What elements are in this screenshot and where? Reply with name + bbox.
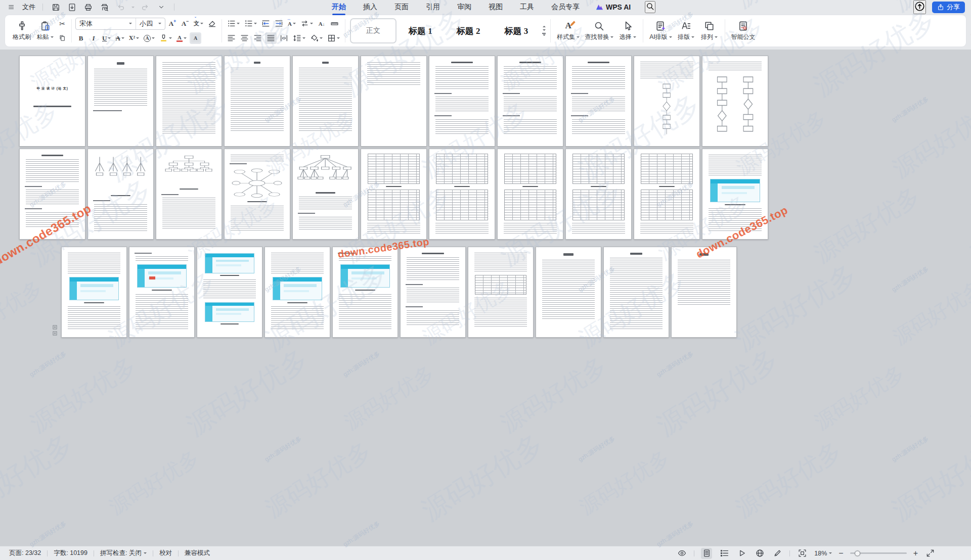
align-center-button[interactable] [239,32,250,44]
save-button[interactable] [50,2,61,13]
file-menu[interactable]: 文件 [22,3,35,12]
font-color-button[interactable]: A [175,32,188,44]
format-painter-button[interactable]: 格式刷 [10,17,33,44]
style-set-button[interactable]: A 样式集 [554,17,582,44]
enclose-character-button[interactable]: A [142,32,156,44]
page-thumbnail[interactable] [87,56,154,147]
zoom-in-button[interactable]: + [913,549,918,557]
cjk-layout-button[interactable] [299,18,315,29]
character-scale-button[interactable]: ↔A [286,18,297,29]
page-thumbnail[interactable] [565,56,632,147]
page-indicator[interactable]: 页面: 23/32 [9,549,41,557]
wps-ai-entry[interactable]: WPS AI [596,3,631,11]
pinyin-guide-button[interactable]: ˇ文 [192,18,205,29]
page-thumbnail[interactable] [156,149,222,240]
share-button[interactable]: 分享 [932,2,965,13]
numbered-list-button[interactable] [243,18,258,29]
italic-button[interactable]: I [88,32,99,44]
quick-access-more-button[interactable] [156,2,167,13]
page-thumbnail[interactable] [497,56,563,147]
page-thumbnail[interactable] [224,56,290,147]
page-thumbnail[interactable] [565,149,632,240]
zoom-slider-track[interactable] [850,552,907,554]
distribute-button[interactable] [278,32,290,44]
page-thumbnail[interactable] [702,149,768,240]
tab-page[interactable]: 页面 [393,1,410,14]
page-thumbnail[interactable] [292,56,359,147]
strikethrough-button[interactable]: A [114,32,125,44]
zoom-slider-knob[interactable] [855,550,860,556]
page-thumbnail[interactable] [400,247,466,338]
paste-button[interactable]: 粘贴 [33,17,57,44]
clear-format-button[interactable] [206,18,218,29]
select-button[interactable]: 选择 [616,17,639,44]
gallery-more-button[interactable] [542,33,546,36]
align-right-button[interactable] [252,32,263,44]
justify-button[interactable] [265,32,277,44]
tab-member[interactable]: 会员专享 [550,1,581,14]
undo-button[interactable] [115,2,126,13]
page-thumbnail[interactable] [702,56,768,147]
character-shading-button[interactable]: A [190,32,201,44]
decrease-font-button[interactable]: A− [180,18,191,29]
web-layout-button[interactable] [754,548,765,559]
print-button[interactable] [82,2,94,13]
page-thumbnail[interactable] [671,247,737,338]
redo-button[interactable] [140,2,151,13]
fullscreen-button[interactable] [924,548,936,559]
page-thumbnail[interactable] [361,149,427,240]
gallery-scroll-up[interactable] [543,26,546,27]
superscript-button[interactable]: X² [127,32,141,44]
increase-indent-button[interactable] [273,18,285,29]
tab-stops-button[interactable] [329,18,340,29]
spellcheck-status[interactable]: 拼写检查: 关闭 [100,549,147,557]
arrange-button[interactable]: 排列 [698,17,721,44]
page-thumbnail[interactable] [156,56,222,147]
main-menu-button[interactable] [6,2,17,13]
smart-document-button[interactable]: 智能公文 [729,17,758,44]
page-thumbnail[interactable] [634,56,700,147]
highlight-button[interactable] [158,32,173,44]
tab-home[interactable]: 开始 [331,1,347,14]
page-thumbnail[interactable] [361,56,427,147]
page-thumbnail[interactable] [292,149,359,240]
page-thumbnail[interactable] [19,149,85,240]
page-thumbnail[interactable] [197,247,262,338]
shading-button[interactable] [308,32,324,44]
style-heading3[interactable]: 标题 3 [493,25,541,37]
proofread-button[interactable]: 校对 [159,549,172,557]
page-thumbnail[interactable] [129,247,195,338]
page-thumbnail[interactable] [264,247,330,338]
tab-review[interactable]: 审阅 [456,1,472,14]
page-thumbnail[interactable] [87,149,154,240]
fullscreen-play-button[interactable] [736,548,747,559]
page-thumbnail[interactable] [634,149,700,240]
find-replace-button[interactable]: 查找替换 [582,17,616,44]
bullet-list-button[interactable] [226,18,241,29]
font-name-select[interactable]: 宋体 [76,18,136,29]
line-spacing-button[interactable] [291,32,307,44]
reading-mode-button[interactable] [676,548,687,559]
increase-font-button[interactable]: A+ [167,18,178,29]
cut-button[interactable]: ✂ [57,18,68,30]
word-count[interactable]: 字数: 10199 [54,549,87,557]
page-thumbnail[interactable] [603,247,669,338]
copy-button[interactable] [57,32,68,44]
document-canvas[interactable]: 毕 业 设 计 (论 文) [0,50,971,546]
layout-button[interactable]: 排版 [675,17,698,44]
upload-cloud-button[interactable] [913,0,926,14]
page-thumbnail[interactable] [497,149,563,240]
page-thumbnail[interactable] [429,56,495,147]
style-heading2[interactable]: 标题 2 [445,25,493,37]
align-left-button[interactable] [226,32,237,44]
tab-insert[interactable]: 插入 [362,1,378,14]
export-button[interactable] [66,2,77,13]
style-normal[interactable]: 正文 [350,18,396,43]
ink-mode-button[interactable] [772,548,783,559]
borders-button[interactable] [326,32,341,44]
decrease-indent-button[interactable] [260,18,272,29]
font-size-select[interactable]: 小四 [136,18,165,29]
sort-button[interactable]: A↓ [316,18,327,29]
tab-view[interactable]: 视图 [488,1,504,14]
gallery-scroll-down[interactable] [543,29,546,31]
